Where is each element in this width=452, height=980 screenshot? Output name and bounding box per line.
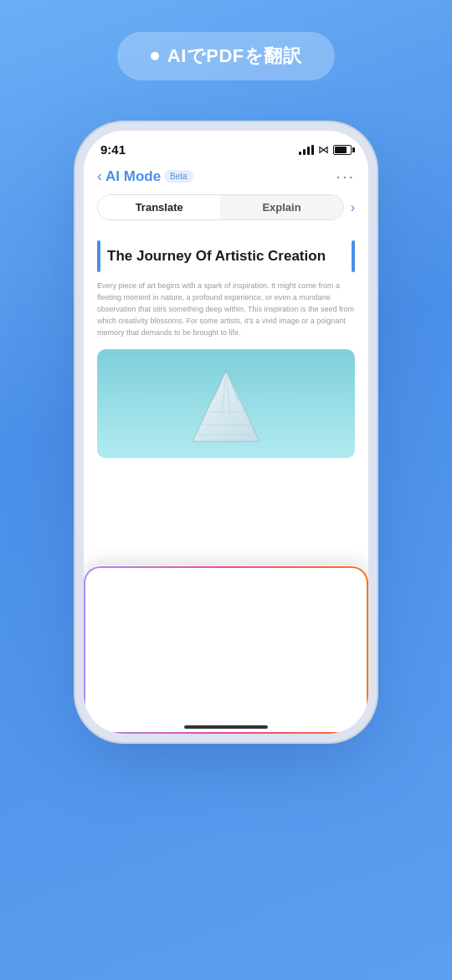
ai-translate-modal: AI Translate ✕ Detect Language (English)… bbox=[84, 565, 368, 734]
blue-bar-left bbox=[97, 240, 100, 272]
result-language[interactable]: Japanese bbox=[128, 668, 170, 678]
tab-translate[interactable]: Translate bbox=[98, 195, 220, 219]
svg-marker-0 bbox=[193, 370, 259, 441]
back-button[interactable]: ‹ AI Mode Beta bbox=[97, 168, 193, 185]
status-time: 9:41 bbox=[100, 142, 126, 157]
beta-badge: Beta bbox=[164, 170, 193, 183]
pdf-body: Every piece of art begins with a spark o… bbox=[97, 281, 355, 339]
language-change-icon[interactable]: ⇄ bbox=[173, 667, 182, 678]
battery-icon bbox=[333, 145, 352, 155]
mountain-illustration bbox=[176, 366, 276, 458]
back-arrow-icon: ‹ bbox=[97, 168, 102, 185]
phone-mockup: 9:41 ⋈ ‹ AI Mode Beta ··· Translate Expl… bbox=[84, 131, 368, 734]
result-label: Result Japanese ⇄ bbox=[99, 667, 353, 678]
source-text-box[interactable]: The Journey of Artistic Creation bbox=[99, 627, 353, 657]
pdf-inner: The Journey Of Artistic Creation Every p… bbox=[84, 229, 368, 458]
status-bar: 9:41 ⋈ bbox=[84, 131, 368, 160]
tabs-bar: Translate Explain › bbox=[84, 194, 368, 229]
pdf-title: The Journey Of Artistic Creation bbox=[107, 248, 345, 265]
signal-icon bbox=[299, 145, 314, 155]
result-label-text: Result bbox=[99, 668, 125, 678]
tab-explain[interactable]: Explain bbox=[220, 195, 342, 219]
status-icons: ⋈ bbox=[299, 143, 352, 156]
top-banner: AIでPDFを翻訳 bbox=[117, 32, 336, 80]
ai-modal-header: AI Translate ✕ bbox=[99, 580, 353, 600]
pdf-image bbox=[97, 349, 355, 458]
blue-bar-right bbox=[352, 240, 355, 272]
translated-text-box: 芸術創造の旅 bbox=[99, 683, 353, 717]
close-button[interactable]: ✕ bbox=[333, 580, 353, 600]
pdf-content-area: The Journey Of Artistic Creation Every p… bbox=[84, 229, 368, 734]
more-button[interactable]: ··· bbox=[336, 167, 355, 186]
banner-dot bbox=[151, 52, 159, 60]
wifi-icon: ⋈ bbox=[318, 143, 329, 156]
header-title: AI Mode bbox=[105, 168, 161, 185]
tabs-container: Translate Explain bbox=[97, 194, 344, 220]
detect-language-label: Detect Language (English) bbox=[99, 611, 353, 622]
home-indicator bbox=[184, 725, 268, 729]
ai-modal-title: AI Translate bbox=[119, 583, 333, 597]
tabs-arrow-icon[interactable]: › bbox=[351, 200, 355, 215]
header-bar: ‹ AI Mode Beta ··· bbox=[84, 160, 368, 194]
pdf-title-row: The Journey Of Artistic Creation bbox=[97, 240, 355, 272]
banner-text: AIでPDFを翻訳 bbox=[167, 44, 302, 69]
